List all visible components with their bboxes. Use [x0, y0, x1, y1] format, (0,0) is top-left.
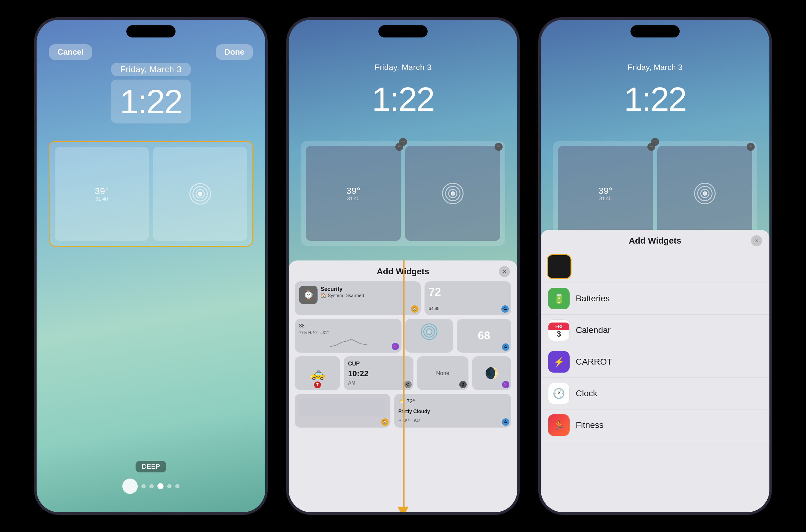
temp-range-3: 31 40	[599, 196, 611, 202]
temp-68-cell[interactable]: 68 🌤	[457, 319, 511, 353]
side-button-vol-up[interactable]	[34, 112, 35, 142]
fitness-icon: 🏃	[548, 414, 570, 436]
security-label: Security	[320, 286, 364, 293]
side-button-power[interactable]	[267, 112, 268, 161]
app-panel-title: Add Widgets	[629, 236, 681, 246]
battery-symbol: 🔋	[553, 293, 565, 304]
concentric-3	[694, 183, 716, 204]
partly-cloudy-cell[interactable]: ⛅ 72° Partly Cloudy H:88° L:64° 🌤	[394, 394, 511, 428]
clock-icon: 🕐	[548, 383, 570, 404]
weather-widget[interactable]: 39° 31 40	[55, 147, 149, 241]
lockscreen-date: Friday, March 3	[111, 63, 191, 76]
time-display: 1:22	[111, 79, 191, 124]
remove-badge-weather[interactable]: −	[395, 143, 403, 151]
phone-3: Friday, March 3 1:22 − − 39° 31 40 −	[538, 17, 772, 515]
blurred-badge: 🏠	[381, 418, 388, 426]
temp-badge: 🌤	[501, 305, 509, 313]
lockscreen-date-3: Friday, March 3	[628, 63, 683, 72]
partly-badge: 🌤	[502, 418, 509, 426]
concentric-2	[442, 183, 463, 204]
side-button-vol-down[interactable]	[34, 149, 35, 179]
close-button[interactable]: ×	[499, 266, 510, 277]
clock-label: Clock	[576, 388, 597, 398]
lockscreen-time-3: 1:22	[624, 79, 686, 118]
side-button-power-2[interactable]	[518, 112, 520, 161]
time-display-3: 1:22	[624, 79, 686, 118]
none-cell[interactable]: None 3	[417, 356, 469, 390]
dot-2	[149, 484, 154, 488]
cup-ampm: AM	[348, 380, 409, 386]
clock-symbol: 🕐	[553, 388, 565, 399]
moon-badge: 🟣	[502, 381, 509, 388]
list-item-batteries[interactable]: 🔋 Batteries	[541, 283, 769, 315]
batteries-label: Batteries	[576, 293, 610, 303]
security-badge: 🏠	[411, 305, 418, 313]
weather-widget-3[interactable]: − 39° 31 40	[558, 146, 653, 241]
cancel-button[interactable]: Cancel	[49, 44, 92, 60]
remove-badge-concentric[interactable]: −	[495, 143, 502, 151]
chart-badge: 🟣	[391, 343, 399, 350]
remove-badge-c3[interactable]: −	[747, 143, 755, 151]
dynamic-island	[126, 25, 176, 37]
cg-center	[428, 330, 431, 333]
blurred-cell[interactable]: 🏠	[295, 394, 390, 428]
time-display-2: 1:22	[372, 79, 434, 118]
app-list-header: Add Widgets ×	[541, 230, 769, 251]
calendar-icon: FRI 3	[548, 320, 570, 341]
home-dot	[122, 478, 138, 494]
list-item-calendar[interactable]: FRI 3 Calendar	[541, 315, 769, 346]
weather-widget-2[interactable]: − 39° 31 40	[306, 146, 401, 241]
tesla-badge: T	[314, 381, 321, 388]
remove-badge-w3[interactable]: −	[647, 143, 655, 151]
app-list: 🔋 Batteries FRI 3 Calendar	[541, 283, 769, 441]
widget-row-selected[interactable]: 39° 31 40	[49, 141, 253, 247]
temp-3: 39°	[599, 186, 612, 196]
list-item-carrot[interactable]: ⚡ CARROT	[541, 346, 769, 378]
security-cell[interactable]: ⌚ Security 🏠 System Disarmed 🏠	[295, 281, 421, 315]
concentric-grid	[421, 323, 438, 340]
temp-72-sub: 64 88	[429, 306, 507, 311]
side-button-power-3[interactable]	[771, 112, 772, 161]
widget-area[interactable]: 39° 31 40	[49, 141, 253, 247]
date-text-3: Friday, March 3	[628, 63, 683, 72]
dot-1	[141, 484, 146, 488]
lockscreen-time-2: 1:22	[372, 79, 434, 118]
fitness-symbol: 🏃	[554, 420, 564, 430]
security-sub: 🏠 System Disarmed	[320, 293, 364, 298]
temp-72-cell[interactable]: 72 64 88 🌤	[424, 281, 511, 315]
add-widgets-panel: Add Widgets × ⌚ Security 🏠 System Disarm…	[289, 261, 517, 512]
fitness-label: Fitness	[576, 420, 603, 430]
dynamic-island-2	[379, 25, 427, 37]
list-item-fitness[interactable]: 🏃 Fitness	[541, 410, 769, 441]
cup-time: 10:22	[348, 369, 409, 378]
phone-1: Cancel Done Friday, March 3 1:22 39° 3	[34, 17, 268, 515]
selected-widget[interactable]	[547, 254, 571, 279]
widget-preview	[551, 259, 567, 274]
ring-center	[198, 192, 202, 196]
concentric-widget-2[interactable]: −	[405, 146, 500, 241]
app-close-button[interactable]: ×	[751, 235, 762, 246]
list-item-clock[interactable]: 🕐 Clock	[541, 378, 769, 410]
dot-3	[167, 484, 171, 488]
radar-widget[interactable]	[153, 147, 247, 241]
concentric-widget-3[interactable]: −	[657, 146, 752, 241]
moon-cell[interactable]: 🌒 🟣	[472, 356, 511, 390]
side-button-mute[interactable]	[34, 81, 35, 102]
calendar-label: Calendar	[576, 325, 611, 335]
none-badge: 3	[459, 381, 466, 388]
selected-widget-row	[541, 251, 769, 283]
down-arrow: ▼	[394, 500, 412, 512]
none-label: None	[436, 370, 450, 377]
cup-label: CUP	[348, 361, 409, 367]
temp-68: 68	[478, 329, 490, 342]
phone-2: Friday, March 3 1:22 − − 39° 31 40	[286, 17, 520, 515]
concentric-cell[interactable]	[405, 319, 453, 353]
date-pill: Friday, March 3	[111, 63, 191, 76]
cr4	[703, 191, 707, 196]
date-text-2: Friday, March 3	[365, 61, 441, 74]
bottom-area: DEEP	[37, 461, 265, 494]
done-button[interactable]: Done	[216, 44, 253, 60]
weather-chart-cell[interactable]: 38° 77% H:40° L:31° 🟣	[295, 319, 401, 353]
concentric-circles	[189, 183, 211, 205]
car-cell[interactable]: 🚕 T	[295, 356, 340, 390]
